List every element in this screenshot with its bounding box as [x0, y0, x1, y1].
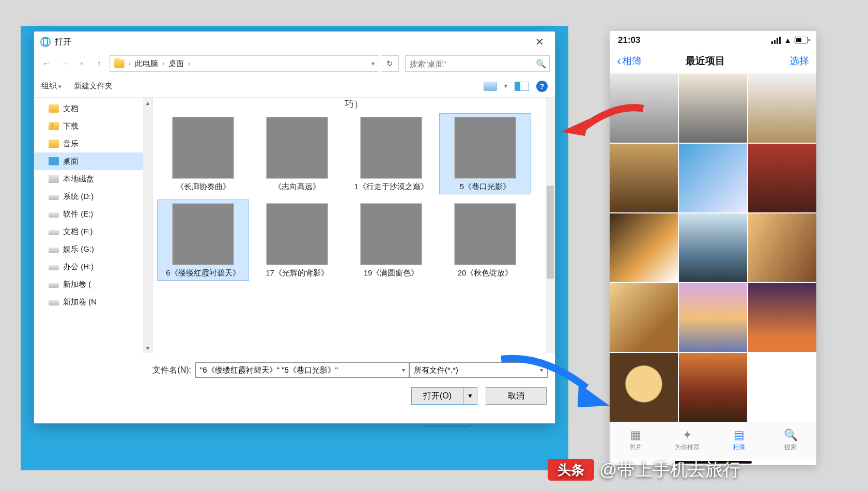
thumbnail-image — [360, 203, 422, 265]
dialog-title: 打开 — [55, 37, 71, 48]
sidebar-item[interactable]: 本地磁盘 — [34, 170, 152, 188]
photo-thumb[interactable] — [748, 283, 816, 352]
view-icon[interactable] — [484, 82, 497, 91]
organize-menu[interactable]: 组织 — [41, 81, 61, 91]
scroll-down-icon[interactable]: ▼ — [143, 343, 152, 353]
photo-thumb[interactable] — [679, 144, 747, 212]
preview-pane-icon[interactable] — [515, 82, 529, 91]
sidebar-item[interactable]: 文档 — [34, 100, 152, 117]
cancel-button[interactable]: 取消 — [486, 387, 547, 405]
phone-tab-item[interactable]: ✦为你推荐 — [661, 422, 713, 459]
sidebar-item[interactable]: 桌面 — [34, 152, 152, 170]
thumbnail-image — [266, 203, 328, 265]
tab-label: 相簿 — [733, 443, 745, 452]
file-thumbnail[interactable]: 20《秋色绽放》 — [439, 200, 531, 281]
photo-thumb[interactable] — [679, 283, 747, 352]
thumbnail-image — [360, 117, 422, 179]
thumbnail-label: 5《巷口光影》 — [442, 182, 529, 192]
drive-icon — [49, 283, 59, 288]
phone-title: 最近项目 — [621, 54, 789, 68]
sidebar-item[interactable]: 娱乐 (G:) — [34, 240, 152, 258]
help-icon[interactable]: ? — [536, 81, 548, 92]
chevron-down-icon[interactable]: ▾ — [504, 83, 507, 89]
chevron-down-icon[interactable]: ▾ — [370, 60, 376, 67]
thumbnail-label: 19《满圆窗色》 — [348, 268, 435, 278]
open-button[interactable]: 打开(O) — [411, 387, 463, 405]
dialog-footer: 文件名(N): ▾ 所有文件(*.*) ▾ 打开(O) ▼ 取消 — [34, 353, 555, 413]
thumbnail-image — [454, 117, 516, 179]
recent-icon[interactable]: ▾ — [74, 56, 89, 71]
content-scrollbar[interactable] — [546, 98, 555, 353]
photo-thumb[interactable] — [610, 144, 678, 212]
photo-thumb[interactable] — [610, 213, 678, 282]
phone-navbar: ‹ 相簿 最近项目 选择 — [610, 49, 816, 73]
thumbnail-image — [266, 117, 328, 179]
status-bar: 21:03 ▲ — [610, 31, 816, 49]
file-type-filter[interactable]: 所有文件(*.*) ▾ — [409, 362, 548, 378]
photo-thumb[interactable] — [679, 353, 747, 422]
sidebar: 文档下载音乐桌面本地磁盘系统 (D:)软件 (E:)文档 (F:)娱乐 (G:)… — [34, 98, 153, 353]
sidebar-item[interactable]: 音乐 — [34, 135, 152, 152]
drive-icon — [49, 122, 59, 130]
tab-icon: ▦ — [628, 429, 643, 441]
phone-tabbar: ▦照片✦为你推荐▤相簿🔍搜索 — [610, 422, 816, 459]
scrollbar-thumb[interactable] — [547, 186, 554, 279]
battery-icon — [795, 37, 808, 43]
photo-thumb[interactable] — [610, 353, 678, 422]
chevron-down-icon[interactable]: ▾ — [402, 366, 405, 374]
file-thumbnail[interactable]: 1《行走于沙漠之巅》 — [345, 113, 437, 194]
sidebar-item-label: 文档 (F:) — [63, 227, 93, 237]
photo-thumb[interactable] — [610, 74, 678, 143]
photo-thumb[interactable] — [679, 74, 747, 143]
file-thumbnail[interactable]: 19《满圆窗色》 — [345, 200, 437, 281]
sidebar-item[interactable]: 办公 (H:) — [34, 258, 152, 275]
nav-row: ← → ▾ ↑ › 此电脑 › 桌面 › ▾ ↻ 🔍 — [34, 52, 555, 75]
phone-tab-item[interactable]: ▤相簿 — [713, 422, 765, 459]
filename-input[interactable] — [195, 362, 409, 378]
phone-photo-grid[interactable] — [610, 74, 816, 422]
sidebar-item[interactable]: 新加卷 ( — [34, 275, 152, 293]
file-thumbnail[interactable]: 《志向高远》 — [251, 113, 343, 194]
phone-select-button[interactable]: 选择 — [789, 54, 809, 68]
photo-thumb[interactable] — [748, 213, 816, 282]
file-thumbnail[interactable]: 6《缕缕红霞衬碧天》 — [157, 200, 249, 281]
crumb-1[interactable]: 桌面 — [165, 59, 187, 69]
file-thumbnail[interactable]: 17《光辉的背影》 — [251, 200, 343, 281]
close-icon[interactable]: ✕ — [527, 34, 552, 50]
sidebar-item[interactable]: 系统 (D:) — [34, 188, 152, 205]
search-box[interactable]: 🔍 — [405, 55, 550, 72]
back-icon[interactable]: ← — [39, 56, 54, 71]
search-input[interactable] — [406, 59, 533, 68]
photo-thumb[interactable] — [679, 213, 747, 282]
scroll-up-icon[interactable]: ▲ — [143, 98, 152, 108]
refresh-icon[interactable]: ↻ — [381, 55, 399, 72]
sidebar-item[interactable]: 下载 — [34, 117, 152, 135]
open-dropdown-icon[interactable]: ▼ — [463, 387, 477, 405]
chevron-down-icon: ▾ — [540, 366, 543, 374]
crumb-0[interactable]: 此电脑 — [132, 59, 161, 69]
file-thumbnail[interactable]: 《长廊协奏曲》 — [157, 113, 249, 194]
sidebar-item[interactable]: 新加卷 (N — [34, 293, 152, 311]
new-folder-button[interactable]: 新建文件夹 — [74, 81, 113, 91]
sidebar-item[interactable]: 文档 (F:) — [34, 223, 152, 240]
sidebar-scrollbar[interactable]: ▲ ▼ — [143, 98, 152, 353]
drive-icon — [49, 104, 59, 113]
up-icon[interactable]: ↑ — [92, 56, 106, 71]
photo-thumb[interactable] — [748, 74, 816, 143]
sidebar-item-label: 新加卷 (N — [63, 297, 97, 307]
thumbnail-image — [454, 203, 516, 265]
breadcrumb[interactable]: › 此电脑 › 桌面 › ▾ — [110, 55, 378, 72]
photo-thumb[interactable] — [748, 144, 816, 212]
search-icon[interactable]: 🔍 — [533, 56, 549, 71]
photo-thumb[interactable] — [610, 283, 678, 352]
phone-mock: 21:03 ▲ ‹ 相簿 最近项目 选择 — [610, 31, 816, 465]
filter-value: 所有文件(*.*) — [414, 365, 458, 375]
tab-label: 照片 — [629, 443, 642, 452]
phone-tab-item[interactable]: 🔍搜索 — [765, 422, 816, 459]
phone-tab-item[interactable]: ▦照片 — [610, 422, 661, 459]
file-thumbnail[interactable]: 5《巷口光影》 — [439, 113, 531, 194]
watermark-text: @带上手机去旅行 — [599, 458, 740, 482]
drive-icon — [49, 175, 59, 183]
forward-icon: → — [57, 56, 71, 71]
sidebar-item[interactable]: 软件 (E:) — [34, 205, 152, 223]
